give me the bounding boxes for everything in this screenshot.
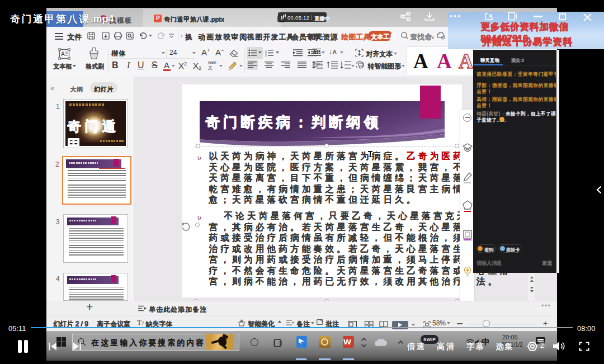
- svg-text:3: 3: [265, 54, 267, 56]
- svg-text:A: A: [61, 51, 65, 57]
